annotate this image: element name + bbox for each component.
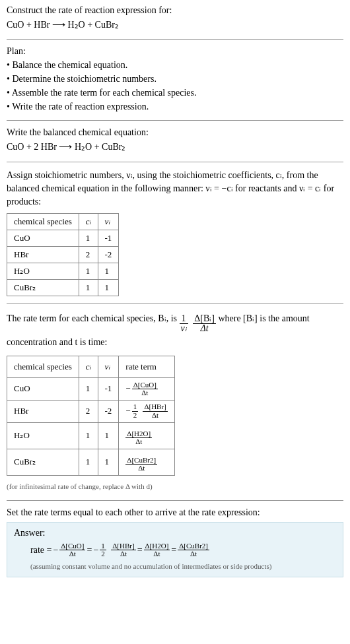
frac-den: Δt bbox=[132, 389, 158, 397]
frac-num: Δ[HBr] bbox=[143, 403, 167, 412]
plan-item: Assemble the rate term for each chemical… bbox=[7, 86, 343, 100]
cell-rate-term: Δ[CuBr2]Δt bbox=[119, 449, 174, 475]
rate-expression: rate = − Δ[CuO]Δt = − 12 Δ[HBr]Δt = Δ[H2… bbox=[14, 542, 209, 558]
cell-species: H₂O bbox=[7, 263, 79, 279]
cell-species: HBr bbox=[7, 401, 79, 423]
table-row: CuBr₂ 1 1 Δ[CuBr2]Δt bbox=[7, 449, 175, 475]
frac-den: 2 bbox=[132, 412, 139, 420]
rate-frac: Δ[CuO]Δt bbox=[59, 542, 85, 558]
divider bbox=[7, 39, 343, 40]
answer-box: Answer: rate = − Δ[CuO]Δt = − 12 Δ[HBr]Δ… bbox=[7, 522, 343, 577]
rate-frac: Δ[CuBr2]Δt bbox=[125, 457, 157, 472]
frac-den: Δt bbox=[59, 550, 85, 558]
rate-term-table: chemical species cᵢ νᵢ rate term CuO 1 -… bbox=[7, 356, 175, 476]
rate-intro-block: The rate term for each chemical species,… bbox=[7, 310, 343, 494]
col-v-label: νᵢ bbox=[105, 216, 110, 226]
cell-rate-term: − Δ[CuO]Δt bbox=[119, 378, 174, 401]
table-row: CuO1-1 bbox=[7, 230, 119, 246]
neg-sign: − bbox=[53, 545, 58, 556]
col-c-label: cᵢ bbox=[86, 362, 91, 371]
neg-sign: − bbox=[125, 381, 130, 397]
stoich-table: chemical species cᵢ νᵢ CuO1-1 HBr2-2 H₂O… bbox=[7, 213, 119, 296]
balanced-equation: CuO + 2 HBr ⟶ H₂O + CuBr₂ bbox=[7, 140, 343, 154]
cell-v: 1 bbox=[98, 263, 119, 279]
rate-intro-pre: The rate term for each chemical species,… bbox=[7, 313, 180, 323]
plan-item: Determine the stoichiometric numbers. bbox=[7, 72, 343, 86]
nu-i: νᵢ bbox=[181, 323, 187, 333]
cell-rate-term: − 12 Δ[HBr]Δt bbox=[119, 401, 174, 423]
dBi-over-dt: Δ[Bᵢ] Δt bbox=[193, 314, 216, 334]
cell-c: 1 bbox=[79, 263, 98, 279]
frac-den: Δt bbox=[144, 550, 170, 558]
col-v-label: νᵢ bbox=[105, 362, 110, 371]
frac-den: νᵢ bbox=[180, 324, 188, 334]
cell-c: 1 bbox=[79, 230, 98, 246]
neg-sign: − bbox=[93, 545, 98, 556]
prompt-title: Construct the rate of reaction expressio… bbox=[7, 5, 343, 16]
cell-species: HBr bbox=[7, 246, 79, 263]
table-header-row: chemical species cᵢ νᵢ bbox=[7, 213, 119, 230]
cell-v: -2 bbox=[98, 401, 119, 423]
divider bbox=[7, 162, 343, 162]
prompt-equation: CuO + HBr ⟶ H₂O + CuBr₂ bbox=[7, 18, 343, 32]
equals-sign: = bbox=[137, 545, 143, 556]
col-species: chemical species bbox=[7, 356, 79, 378]
cell-v: 1 bbox=[98, 279, 119, 296]
frac-num: 1 bbox=[132, 403, 139, 412]
one-over-nu: 1 νᵢ bbox=[180, 314, 188, 334]
rate-frac: Δ[H2O]Δt bbox=[125, 430, 152, 446]
balanced-label: Write the balanced chemical equation: bbox=[7, 127, 343, 138]
frac-den: Δt bbox=[193, 324, 216, 334]
frac-num: Δ[Bᵢ] bbox=[193, 314, 216, 325]
plan-label: Plan: bbox=[7, 46, 343, 57]
equals-sign: = bbox=[87, 545, 92, 556]
frac-den: Δt bbox=[178, 550, 209, 558]
cell-v: -2 bbox=[98, 246, 119, 263]
cell-species: CuBr₂ bbox=[7, 279, 79, 296]
neg-sign: − bbox=[125, 403, 130, 420]
infinitesimal-note: (for infinitesimal rate of change, repla… bbox=[7, 480, 343, 494]
divider bbox=[7, 303, 343, 304]
cell-c: 1 bbox=[79, 378, 98, 401]
final-label: Set the rate terms equal to each other t… bbox=[7, 507, 343, 518]
cell-species: CuO bbox=[7, 230, 79, 246]
balanced-block: Write the balanced chemical equation: Cu… bbox=[7, 127, 343, 154]
answer-label: Answer: bbox=[14, 528, 336, 538]
final-block: Set the rate terms equal to each other t… bbox=[7, 507, 343, 577]
table-row: CuBr₂11 bbox=[7, 279, 119, 296]
cell-v: -1 bbox=[98, 378, 119, 401]
plan-item: Write the rate of reaction expression. bbox=[7, 100, 343, 113]
equals-sign: = bbox=[171, 545, 176, 556]
divider bbox=[7, 120, 343, 121]
frac-den: Δt bbox=[125, 438, 152, 446]
cell-species: CuO bbox=[7, 378, 79, 401]
table-row: H₂O 1 1 Δ[H2O]Δt bbox=[7, 422, 175, 449]
frac-den: Δt bbox=[143, 412, 167, 420]
table-row: HBr2-2 bbox=[7, 246, 119, 263]
frac-den: Δt bbox=[111, 550, 135, 558]
col-v: νᵢ bbox=[98, 356, 119, 378]
stoich-text: Assign stoichiometric numbers, νᵢ, using… bbox=[7, 169, 343, 209]
table-row: H₂O11 bbox=[7, 263, 119, 279]
prompt-block: Construct the rate of reaction expressio… bbox=[7, 5, 343, 32]
cell-species: H₂O bbox=[7, 422, 79, 449]
coef-frac: 12 bbox=[132, 403, 139, 419]
col-rate: rate term bbox=[119, 356, 174, 378]
col-c: cᵢ bbox=[79, 213, 98, 230]
rate-frac: Δ[HBr]Δt bbox=[111, 542, 135, 558]
rate-formula: 1 νᵢ Δ[Bᵢ] Δt bbox=[180, 314, 216, 334]
cell-c: 1 bbox=[79, 279, 98, 296]
divider bbox=[7, 500, 343, 501]
plan-list: Balance the chemical equation. Determine… bbox=[7, 58, 343, 113]
cell-c: 1 bbox=[79, 422, 98, 449]
cell-v: 1 bbox=[98, 422, 119, 449]
frac-num: 1 bbox=[180, 314, 188, 325]
rate-prefix: rate = bbox=[30, 545, 52, 556]
cell-rate-term: Δ[H2O]Δt bbox=[119, 422, 174, 449]
rate-frac: Δ[H2O]Δt bbox=[144, 542, 170, 558]
cell-c: 2 bbox=[79, 246, 98, 263]
stoich-block: Assign stoichiometric numbers, νᵢ, using… bbox=[7, 169, 343, 296]
col-v: νᵢ bbox=[98, 213, 119, 230]
cell-v: -1 bbox=[98, 230, 119, 246]
cell-c: 2 bbox=[79, 401, 98, 423]
